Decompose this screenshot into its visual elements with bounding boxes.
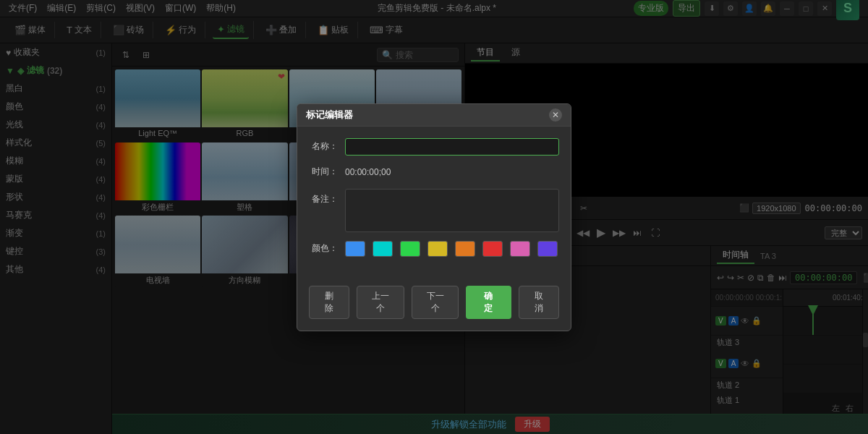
dialog-footer: 删除 上一个 下一个 确定 取消 (297, 280, 571, 331)
dialog-prev-button[interactable]: 上一个 (357, 286, 404, 319)
color-swatch-blue[interactable] (345, 241, 365, 257)
dialog-cancel-button[interactable]: 取消 (519, 286, 559, 319)
marker-dialog: 标记编辑器 ✕ 名称： 时间： 00:00:00;00 备注： 颜色： (297, 103, 571, 331)
dialog-delete-button[interactable]: 删除 (309, 286, 349, 319)
color-swatch-purple[interactable] (537, 241, 558, 257)
dialog-color-label: 颜色： (309, 242, 338, 255)
dialog-next-button[interactable]: 下一个 (412, 286, 459, 319)
color-swatch-red[interactable] (482, 241, 503, 257)
dialog-note-label: 备注： (309, 193, 338, 205)
dialog-note-textarea[interactable] (345, 189, 559, 232)
dialog-name-label: 名称： (309, 140, 338, 153)
color-swatch-cyan[interactable] (373, 241, 393, 257)
dialog-time-row: 时间： 00:00:00;00 (309, 164, 559, 180)
dialog-name-input[interactable] (345, 138, 559, 156)
color-swatch-yellow[interactable] (427, 241, 448, 257)
dialog-overlay: 标记编辑器 ✕ 名称： 时间： 00:00:00;00 备注： 颜色： (0, 0, 868, 434)
color-swatch-pink[interactable] (510, 241, 530, 257)
dialog-color-row: 颜色： (309, 241, 559, 257)
dialog-title: 标记编辑器 (306, 109, 549, 122)
color-swatch-orange[interactable] (455, 241, 475, 257)
dialog-body: 名称： 时间： 00:00:00;00 备注： 颜色： (297, 127, 571, 280)
dialog-note-row: 备注： (309, 189, 559, 232)
dialog-time-value: 00:00:00;00 (345, 164, 559, 180)
dialog-time-label: 时间： (309, 166, 338, 178)
dialog-confirm-button[interactable]: 确定 (466, 286, 511, 319)
dialog-title-bar: 标记编辑器 ✕ (297, 104, 571, 127)
dialog-close-button[interactable]: ✕ (549, 109, 562, 122)
color-swatch-green[interactable] (400, 241, 420, 257)
dialog-name-row: 名称： (309, 138, 559, 156)
